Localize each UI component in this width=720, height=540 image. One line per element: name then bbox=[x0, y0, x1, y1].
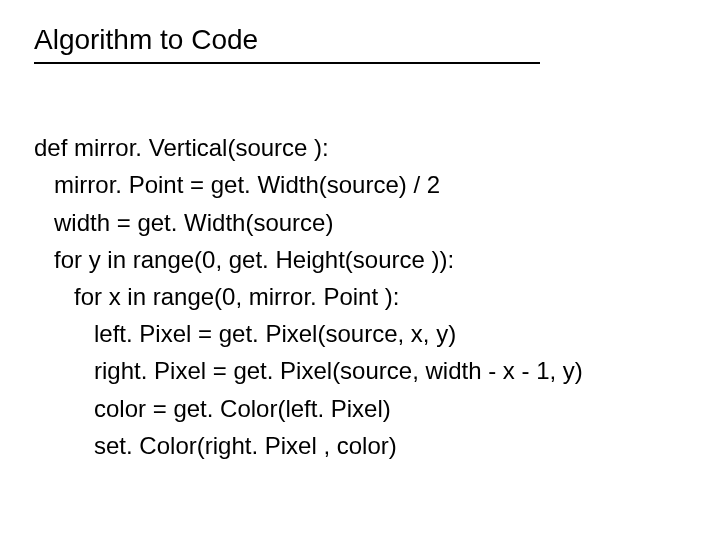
code-line: set. Color(right. Pixel , color) bbox=[34, 432, 397, 459]
code-line: for y in range(0, get. Height(source )): bbox=[34, 246, 454, 273]
code-line: def mirror. Vertical(source ): bbox=[34, 134, 329, 161]
code-line: left. Pixel = get. Pixel(source, x, y) bbox=[34, 320, 456, 347]
code-line: for x in range(0, mirror. Point ): bbox=[34, 283, 399, 310]
code-line: width = get. Width(source) bbox=[34, 209, 333, 236]
code-line: mirror. Point = get. Width(source) / 2 bbox=[34, 171, 440, 198]
slide-title: Algorithm to Code bbox=[34, 24, 540, 64]
code-line: right. Pixel = get. Pixel(source, width … bbox=[34, 357, 583, 384]
code-line: color = get. Color(left. Pixel) bbox=[34, 395, 391, 422]
slide: Algorithm to Code def mirror. Vertical(s… bbox=[0, 0, 720, 540]
code-block: def mirror. Vertical(source ): mirror. P… bbox=[34, 92, 686, 464]
